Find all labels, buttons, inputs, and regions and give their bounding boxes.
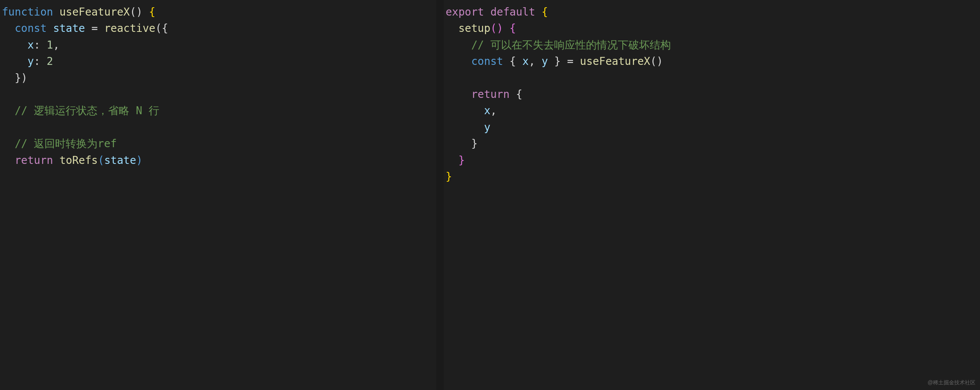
code-line — [2, 86, 434, 102]
code-line: } — [445, 152, 978, 169]
keyword-const: const — [15, 22, 47, 35]
code-line: }) — [2, 70, 434, 86]
code-pane-left: function useFeatureX() { const state = r… — [0, 0, 436, 390]
function-name: useFeatureX — [60, 6, 130, 18]
code-line: const state = reactive({ — [2, 20, 434, 37]
code-line — [2, 119, 434, 135]
function-call: useFeatureX — [580, 55, 650, 67]
function-call: toRefs — [60, 154, 98, 167]
comment: // 可以在不失去响应性的情况下破坏结构 — [471, 39, 671, 51]
code-line: y — [445, 119, 978, 135]
variable-name: x — [522, 55, 529, 67]
code-line: export default { — [445, 4, 978, 20]
variable-name: state — [104, 154, 136, 167]
code-line: x: 1, — [2, 37, 434, 53]
variable-name: x — [484, 104, 490, 117]
code-line: } — [445, 169, 978, 185]
code-line: // 可以在不失去响应性的情况下破坏结构 — [445, 37, 978, 53]
keyword-return: return — [15, 154, 53, 167]
comment: // 返回时转换为ref — [15, 137, 117, 150]
keyword-function: function — [2, 6, 53, 18]
variable-name: state — [53, 22, 85, 35]
code-line: function useFeatureX() { — [2, 4, 434, 20]
code-pane-right: export default { setup() { // 可以在不失去响应性的… — [444, 0, 980, 390]
code-line: setup() { — [445, 20, 978, 37]
method-name: setup — [458, 22, 490, 35]
keyword-return: return — [471, 88, 509, 100]
number-literal: 2 — [47, 55, 53, 67]
variable-name: y — [484, 121, 490, 134]
code-line: return toRefs(state) — [2, 152, 434, 169]
property-name: x — [27, 39, 34, 51]
code-line: // 返回时转换为ref — [2, 135, 434, 152]
code-line: y: 2 — [2, 53, 434, 69]
code-line: } — [445, 135, 978, 152]
number-literal: 1 — [47, 39, 53, 51]
keyword-default: default — [490, 6, 535, 18]
keyword-const: const — [471, 55, 503, 67]
code-line: // 逻辑运行状态，省略 N 行 — [2, 102, 434, 119]
variable-name: y — [542, 55, 548, 67]
code-line: const { x, y } = useFeatureX() — [445, 53, 978, 69]
property-name: y — [27, 55, 34, 67]
keyword-export: export — [445, 6, 484, 18]
watermark: @稀土掘金技术社区 — [928, 379, 975, 387]
code-line: return { — [445, 86, 978, 102]
code-line — [445, 70, 978, 86]
function-call: reactive — [104, 22, 156, 35]
comment: // 逻辑运行状态，省略 N 行 — [15, 104, 159, 117]
code-line: x, — [445, 102, 978, 119]
